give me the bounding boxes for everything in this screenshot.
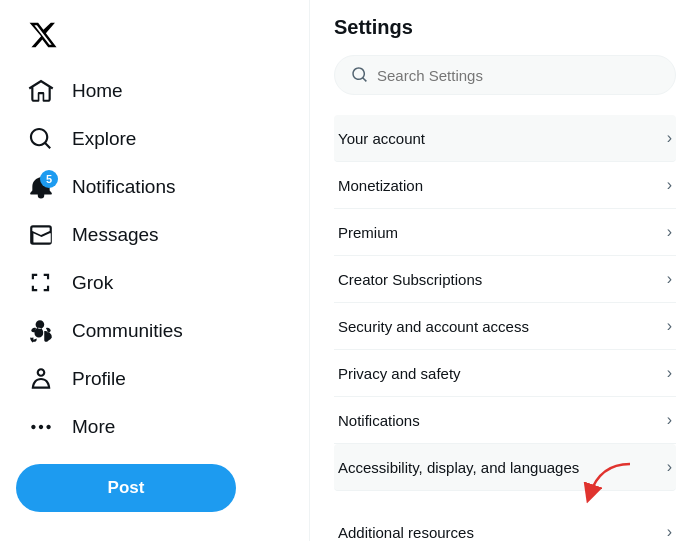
notification-badge: 5: [40, 170, 58, 188]
settings-item-monetization[interactable]: Monetization ›: [334, 162, 676, 209]
sidebar: Home Explore 5 Notifications Messages: [0, 0, 310, 541]
notifications-label: Notifications: [72, 176, 176, 198]
settings-item-notifications[interactable]: Notifications ›: [334, 397, 676, 444]
settings-title: Settings: [334, 16, 676, 39]
chevron-right-icon: ›: [667, 223, 672, 241]
sidebar-item-explore[interactable]: Explore: [16, 116, 293, 162]
explore-label: Explore: [72, 128, 136, 150]
bell-icon: 5: [28, 174, 54, 200]
search-bar[interactable]: [334, 55, 676, 95]
chevron-right-icon: ›: [667, 411, 672, 429]
sidebar-item-communities[interactable]: Communities: [16, 308, 293, 354]
settings-list: Your account › Monetization › Premium › …: [334, 115, 676, 541]
accessibility-wrapper: Accessibility, display, and languages ›: [334, 444, 676, 491]
settings-item-additional[interactable]: Additional resources ›: [334, 509, 676, 541]
sidebar-item-more[interactable]: More: [16, 404, 293, 450]
sidebar-item-profile[interactable]: Profile: [16, 356, 293, 402]
chevron-right-icon: ›: [667, 523, 672, 541]
your-account-label: Your account: [338, 130, 425, 147]
chevron-right-icon: ›: [667, 364, 672, 382]
grok-icon: [28, 270, 54, 296]
settings-item-creator-subscriptions[interactable]: Creator Subscriptions ›: [334, 256, 676, 303]
chevron-right-icon: ›: [667, 317, 672, 335]
monetization-label: Monetization: [338, 177, 423, 194]
settings-item-security[interactable]: Security and account access ›: [334, 303, 676, 350]
explore-icon: [28, 126, 54, 152]
chevron-right-icon: ›: [667, 270, 672, 288]
sidebar-item-home[interactable]: Home: [16, 68, 293, 114]
notifications-settings-label: Notifications: [338, 412, 420, 429]
settings-item-your-account[interactable]: Your account ›: [334, 115, 676, 162]
post-button[interactable]: Post: [16, 464, 236, 512]
chevron-right-icon: ›: [667, 176, 672, 194]
sidebar-item-notifications[interactable]: 5 Notifications: [16, 164, 293, 210]
privacy-label: Privacy and safety: [338, 365, 461, 382]
search-input[interactable]: [377, 67, 659, 84]
messages-label: Messages: [72, 224, 159, 246]
premium-label: Premium: [338, 224, 398, 241]
twitter-logo[interactable]: [16, 12, 293, 62]
settings-item-premium[interactable]: Premium ›: [334, 209, 676, 256]
communities-icon: [28, 318, 54, 344]
envelope-icon: [28, 222, 54, 248]
settings-panel: Settings Your account › Monetization › P…: [310, 0, 700, 541]
more-label: More: [72, 416, 115, 438]
settings-item-accessibility[interactable]: Accessibility, display, and languages ›: [334, 444, 676, 491]
search-icon: [351, 66, 369, 84]
grok-label: Grok: [72, 272, 113, 294]
person-icon: [28, 366, 54, 392]
creator-subscriptions-label: Creator Subscriptions: [338, 271, 482, 288]
home-icon: [28, 78, 54, 104]
additional-resources-label: Additional resources: [338, 524, 474, 541]
sidebar-item-grok[interactable]: Grok: [16, 260, 293, 306]
chevron-right-icon: ›: [667, 129, 672, 147]
profile-label: Profile: [72, 368, 126, 390]
settings-item-privacy[interactable]: Privacy and safety ›: [334, 350, 676, 397]
communities-label: Communities: [72, 320, 183, 342]
security-label: Security and account access: [338, 318, 529, 335]
accessibility-label: Accessibility, display, and languages: [338, 459, 579, 476]
sidebar-item-messages[interactable]: Messages: [16, 212, 293, 258]
chevron-right-icon: ›: [667, 458, 672, 476]
home-label: Home: [72, 80, 123, 102]
more-icon: [28, 414, 54, 440]
